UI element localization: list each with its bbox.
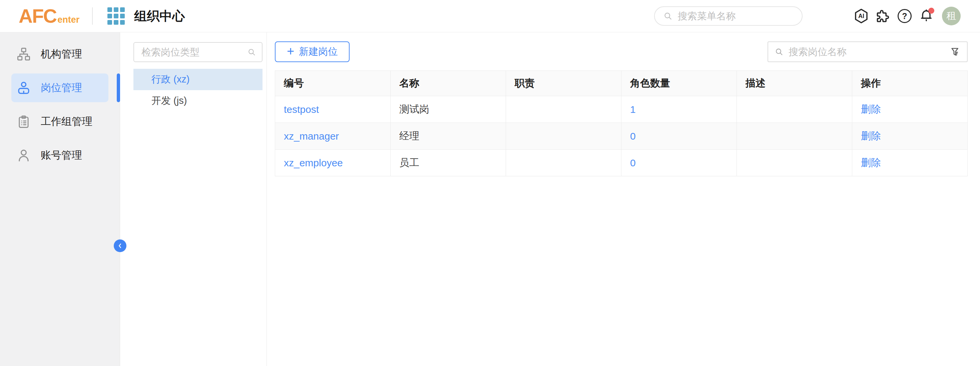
- filter-funnel-icon[interactable]: [950, 46, 960, 57]
- post-desc-cell: [737, 123, 852, 150]
- chevron-left-icon: [116, 242, 124, 249]
- notification-bell-icon[interactable]: [918, 8, 934, 24]
- col-header-name: 名称: [391, 71, 506, 96]
- notification-badge: [928, 8, 934, 14]
- post-name-search-box[interactable]: [767, 42, 968, 62]
- post-name-search-input[interactable]: [789, 46, 944, 58]
- table-row: xz_employee 员工 0 删除: [275, 150, 968, 176]
- post-code-link[interactable]: xz_employee: [284, 157, 343, 168]
- delete-link[interactable]: 删除: [861, 130, 881, 141]
- table-header-row: 编号 名称 职责 角色数量 描述 操作: [275, 71, 968, 96]
- post-type-label: 行政 (xz): [151, 73, 189, 86]
- col-header-action: 操作: [852, 71, 968, 96]
- sidebar-item-account-management[interactable]: 账号管理: [11, 141, 108, 169]
- post-code-link[interactable]: testpost: [284, 104, 319, 115]
- post-duty-cell: [506, 96, 621, 123]
- plus-icon: +: [287, 45, 294, 58]
- plugin-puzzle-icon[interactable]: [875, 8, 891, 24]
- search-icon: [663, 11, 673, 21]
- search-icon: [775, 47, 783, 57]
- sidebar-item-workgroup-management[interactable]: 工作组管理: [11, 107, 108, 136]
- post-name-cell: 员工: [391, 150, 506, 176]
- posts-table: 编号 名称 职责 角色数量 描述 操作 testpost 测试岗 1 删除: [275, 70, 968, 176]
- org-tree-icon: [17, 47, 31, 61]
- active-indicator-bar: [117, 74, 120, 102]
- header-divider: [92, 7, 93, 25]
- content-area: 机构管理 岗位管理 工作组管理 账号管理: [0, 32, 980, 366]
- app-header: AFC enter 组织中心 AI ?: [0, 0, 980, 32]
- page-title: 组织中心: [134, 8, 185, 25]
- col-header-code: 编号: [275, 71, 391, 96]
- post-desc-cell: [737, 150, 852, 176]
- ai-assistant-icon[interactable]: AI: [853, 8, 869, 24]
- post-code-link[interactable]: xz_manager: [284, 131, 339, 142]
- sidebar-item-label: 机构管理: [41, 47, 82, 61]
- panel-collapse-button[interactable]: [114, 240, 126, 252]
- delete-link[interactable]: 删除: [861, 157, 881, 168]
- sidebar-item-org-management[interactable]: 机构管理: [11, 40, 108, 69]
- post-type-label: 开发 (js): [151, 94, 187, 107]
- role-count-link[interactable]: 0: [630, 131, 636, 142]
- table-row: xz_manager 经理 0 删除: [275, 123, 968, 150]
- post-type-item-kaifa[interactable]: 开发 (js): [134, 90, 262, 112]
- col-header-roles: 角色数量: [621, 71, 737, 96]
- delete-link[interactable]: 删除: [861, 104, 881, 115]
- app-grid-icon: [107, 7, 125, 25]
- main-panel: + 新建岗位 编号 名称 职责 角色数量: [267, 32, 980, 366]
- sidebar: 机构管理 岗位管理 工作组管理 账号管理: [0, 32, 120, 366]
- post-type-item-xingzheng[interactable]: 行政 (xz): [134, 69, 262, 90]
- role-count-link[interactable]: 0: [630, 157, 636, 168]
- post-duty-cell: [506, 123, 621, 150]
- role-count-link[interactable]: 1: [630, 104, 636, 115]
- brand-logo-main: AFC: [19, 6, 56, 26]
- clipboard-icon: [17, 115, 31, 129]
- create-post-button[interactable]: + 新建岗位: [275, 42, 350, 62]
- sidebar-item-label: 工作组管理: [41, 115, 92, 129]
- col-header-desc: 描述: [737, 71, 852, 96]
- post-desc-cell: [737, 96, 852, 123]
- brand-logo-sub: enter: [57, 15, 80, 24]
- post-type-search-input[interactable]: [142, 47, 243, 58]
- menu-search-input[interactable]: [678, 11, 793, 22]
- table-row: testpost 测试岗 1 删除: [275, 96, 968, 123]
- user-avatar[interactable]: 租: [942, 7, 961, 26]
- user-icon: [17, 148, 31, 162]
- col-header-duty: 职责: [506, 71, 621, 96]
- sidebar-item-label: 账号管理: [41, 148, 82, 162]
- post-type-search-box[interactable]: [134, 42, 262, 62]
- user-badge-icon: [17, 81, 31, 95]
- sidebar-item-label: 岗位管理: [41, 81, 82, 95]
- toolbar: + 新建岗位: [275, 42, 968, 62]
- post-type-list: 行政 (xz) 开发 (js): [120, 69, 267, 112]
- brand-logo: AFC enter: [19, 6, 80, 26]
- post-duty-cell: [506, 150, 621, 176]
- sidebar-item-post-management[interactable]: 岗位管理: [11, 74, 108, 102]
- menu-search-box[interactable]: [654, 6, 803, 26]
- post-type-panel: 行政 (xz) 开发 (js): [120, 32, 267, 366]
- post-name-cell: 经理: [391, 123, 506, 150]
- help-icon[interactable]: ?: [897, 8, 913, 24]
- header-icon-group: AI ? 租: [853, 7, 961, 26]
- search-icon: [248, 48, 256, 57]
- post-name-cell: 测试岗: [391, 96, 506, 123]
